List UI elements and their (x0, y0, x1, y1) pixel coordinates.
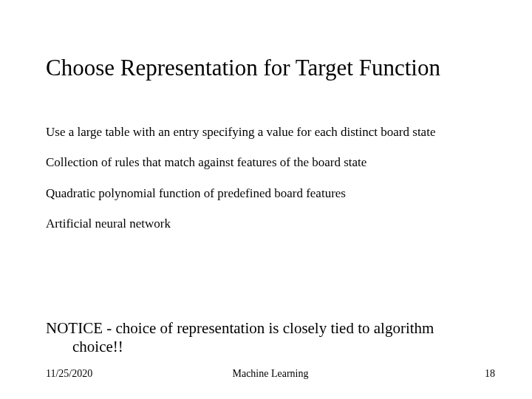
slide-title: Choose Representation for Target Functio… (46, 55, 495, 81)
footer-title: Machine Learning (46, 368, 495, 380)
bullet-item: Quadratic polynomial function of predefi… (46, 185, 486, 201)
notice-text: NOTICE - choice of representation is clo… (46, 319, 486, 356)
slide: Choose Representation for Target Functio… (0, 0, 532, 399)
bullet-item: Artificial neural network (46, 216, 486, 231)
footer-page-number: 18 (485, 368, 495, 380)
slide-body: Use a large table with an entry specifyi… (46, 124, 486, 245)
bullet-item: Use a large table with an entry specifyi… (46, 124, 486, 140)
bullet-item: Collection of rules that match against f… (46, 154, 486, 170)
